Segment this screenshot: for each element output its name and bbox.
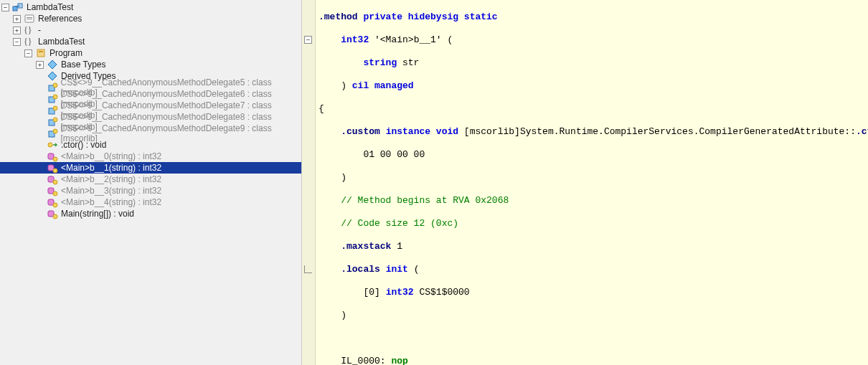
code-token: .ctor [856,126,868,137]
svg-point-26 [53,180,57,184]
svg-point-15 [53,106,57,110]
svg-point-24 [53,169,57,173]
code-token: .method [319,11,358,22]
tree-node-method[interactable]: <Main>b__3(string) : int32 [0,185,301,196]
code-token: [mscorlib]System.Runtime.CompilerService… [458,126,856,137]
fold-icon[interactable]: − [304,36,312,44]
code-token: ) [319,172,346,183]
ctor-icon [47,139,58,151]
field-icon [47,116,58,128]
tree-node-assembly[interactable]: − LambdaTest [0,1,301,13]
code-token: str [397,57,419,68]
svg-rect-5 [27,19,32,19]
code-token: ) [319,310,346,321]
tree-node-field[interactable]: CS$<>9__CachedAnonymousMethodDelegate9 :… [0,128,301,139]
toggle-icon[interactable]: − [24,49,32,57]
toggle-blank [36,210,44,218]
code-token: 01 00 00 00 [319,149,425,160]
tree-node-class[interactable]: − Program [0,47,301,59]
tree-node-base-types[interactable]: + Base Types [0,59,301,70]
tree-label: - [38,25,41,35]
code-token: IL_0000: [319,356,391,365]
svg-point-13 [53,95,57,99]
toggle-blank [36,199,44,207]
svg-point-20 [48,143,52,147]
class-icon [35,47,47,59]
code-token: int32 [386,287,414,298]
tree-pane[interactable]: − LambdaTest + References + {} - [0,0,302,365]
svg-point-32 [53,214,57,219]
tree-label: Program [49,48,82,58]
svg-point-28 [53,191,57,196]
toggle-blank [36,130,44,138]
tree-node-method[interactable]: <Main>b__1(string) : int32 [0,162,301,174]
toggle-blank [36,107,44,115]
tree-label: <Main>b__3(string) : int32 [61,186,161,196]
svg-rect-0 [13,6,17,11]
derived-types-icon [47,70,58,82]
code-token: nop [391,356,407,365]
fold-end-icon [304,265,312,273]
code-token: CS$1$0000 [414,287,470,298]
tree-label: References [38,14,82,24]
toggle-icon[interactable]: + [13,27,21,34]
code-token: ( [408,264,420,275]
svg-text:{}: {} [24,37,32,47]
svg-rect-8 [37,49,44,57]
code-gutter: − [302,0,316,365]
method-icon [47,151,58,162]
tree-label: LambdaTest [27,2,73,12]
namespace-icon: {} [24,36,35,47]
svg-text:{}: {} [24,25,32,35]
code-token: ) [319,80,352,91]
tree-node-method[interactable]: <Main>b__4(string) : int32 [0,196,301,208]
tree-label: <Main>b__1(string) : int32 [61,163,161,173]
tree: − LambdaTest + References + {} - [0,1,301,219]
code-token: void [430,126,458,137]
code-token: instance [380,126,430,137]
namespace-icon: {} [24,24,35,36]
code-token: '<Main>b__1' ( [369,34,453,45]
toggle-blank [36,72,44,80]
references-icon [24,13,35,24]
toggle-blank [36,187,44,195]
code-token: string [319,57,397,68]
tree-node-method[interactable]: <Main>b__0(string) : int32 [0,151,301,162]
field-icon [47,82,58,93]
method-icon [47,174,58,185]
tree-label: Base Types [61,60,105,70]
tree-node-method[interactable]: <Main>b__2(string) : int32 [0,174,301,185]
code-token: init [380,264,408,275]
tree-node-dash[interactable]: + {} - [0,24,301,36]
code-token: // Code size 12 (0xc) [319,218,458,229]
tree-node-references[interactable]: + References [0,13,301,24]
svg-rect-9 [39,51,43,52]
toggle-blank [36,153,44,161]
toggle-blank [36,176,44,184]
code-pane[interactable]: − .method private hidebysig static int32… [302,0,868,365]
method-icon [47,185,58,196]
toggle-icon[interactable]: − [1,4,9,11]
code-token: private hidebysig static [358,11,498,22]
svg-point-19 [53,129,57,133]
base-types-icon [47,59,58,70]
svg-point-30 [53,203,57,207]
toggle-icon[interactable]: + [36,61,44,69]
code-view[interactable]: .method private hidebysig static int32 '… [316,0,868,365]
tree-node-main-method[interactable]: Main(string[]) : void [0,208,301,219]
code-token: // Method begins at RVA 0x2068 [319,195,509,206]
code-token: cil managed [352,80,414,91]
tree-node-namespace[interactable]: − {} LambdaTest [0,36,301,47]
svg-point-22 [53,157,57,161]
code-token: .custom [319,126,380,137]
method-icon [47,208,58,219]
tree-label: LambdaTest [38,37,85,47]
toggle-icon[interactable]: + [13,15,21,23]
toggle-icon[interactable]: − [13,38,21,46]
toggle-blank [36,84,44,92]
code-token: int32 [319,34,369,45]
code-token: { [319,103,324,114]
svg-point-11 [53,83,57,87]
svg-rect-4 [27,17,32,18]
tree-label: .ctor() : void [61,140,106,150]
